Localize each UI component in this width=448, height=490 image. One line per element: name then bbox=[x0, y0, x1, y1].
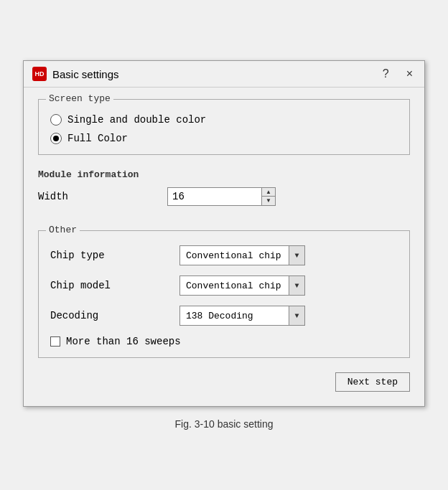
module-info-section: Module information Width ▲ ▼ bbox=[38, 165, 410, 220]
spinbox-down-button[interactable]: ▼ bbox=[262, 197, 275, 205]
radio-single-double-label: Single and double color bbox=[67, 114, 206, 126]
chip-type-value: Conventional chip bbox=[180, 248, 289, 264]
width-spinbox[interactable]: ▲ ▼ bbox=[167, 187, 276, 206]
window-controls: ? × bbox=[380, 68, 416, 80]
window-body: Screen type Single and double color Full… bbox=[24, 88, 424, 406]
width-input[interactable] bbox=[168, 188, 261, 205]
close-button[interactable]: × bbox=[403, 68, 416, 80]
chip-type-arrow-icon: ▼ bbox=[289, 246, 304, 265]
width-label: Width bbox=[38, 191, 167, 202]
decoding-label: Decoding bbox=[50, 310, 179, 321]
width-row: Width ▲ ▼ bbox=[38, 187, 410, 206]
radio-single-double[interactable]: Single and double color bbox=[50, 114, 398, 126]
window-title: Basic settings bbox=[52, 68, 374, 80]
spinbox-buttons: ▲ ▼ bbox=[261, 188, 275, 205]
help-button[interactable]: ? bbox=[380, 68, 392, 80]
module-info-label: Module information bbox=[38, 169, 410, 180]
figure-caption: Fig. 3-10 basic setting bbox=[175, 418, 274, 430]
chip-model-row: Chip model Conventional chip ▼ bbox=[50, 275, 398, 296]
chip-model-label: Chip model bbox=[50, 280, 179, 291]
decoding-value: 138 Decoding bbox=[180, 308, 289, 324]
chip-type-label: Chip type bbox=[50, 250, 179, 261]
other-group-label: Other bbox=[46, 225, 80, 235]
next-step-button[interactable]: Next step bbox=[335, 372, 410, 392]
more-than-16-sweeps-row[interactable]: More than 16 sweeps bbox=[50, 336, 398, 347]
radio-single-double-outer bbox=[50, 114, 62, 126]
screen-type-label: Screen type bbox=[46, 93, 113, 104]
decoding-arrow-icon: ▼ bbox=[289, 306, 304, 325]
chip-type-dropdown[interactable]: Conventional chip ▼ bbox=[179, 245, 305, 265]
chip-model-dropdown[interactable]: Conventional chip ▼ bbox=[179, 275, 305, 296]
radio-full-color[interactable]: Full Color bbox=[50, 133, 398, 144]
decoding-row: Decoding 138 Decoding ▼ bbox=[50, 306, 398, 326]
screen-type-group: Screen type Single and double color Full… bbox=[38, 99, 410, 155]
title-bar: HD Basic settings ? × bbox=[24, 61, 424, 88]
other-group: Other Chip type Conventional chip ▼ Chip… bbox=[38, 230, 410, 358]
chip-type-row: Chip type Conventional chip ▼ bbox=[50, 245, 398, 265]
basic-settings-window: HD Basic settings ? × Screen type Single… bbox=[23, 60, 425, 407]
chip-model-value: Conventional chip bbox=[180, 278, 289, 294]
radio-full-color-outer bbox=[50, 133, 62, 144]
radio-full-color-dot bbox=[53, 136, 59, 141]
more-than-16-sweeps-checkbox[interactable] bbox=[50, 336, 60, 347]
app-logo: HD bbox=[32, 67, 47, 81]
decoding-dropdown[interactable]: 138 Decoding ▼ bbox=[179, 306, 305, 326]
spinbox-up-button[interactable]: ▲ bbox=[262, 188, 275, 197]
chip-model-arrow-icon: ▼ bbox=[289, 276, 304, 295]
button-row: Next step bbox=[38, 368, 410, 392]
radio-full-color-label: Full Color bbox=[67, 133, 128, 144]
more-than-16-sweeps-label: More than 16 sweeps bbox=[66, 336, 181, 347]
